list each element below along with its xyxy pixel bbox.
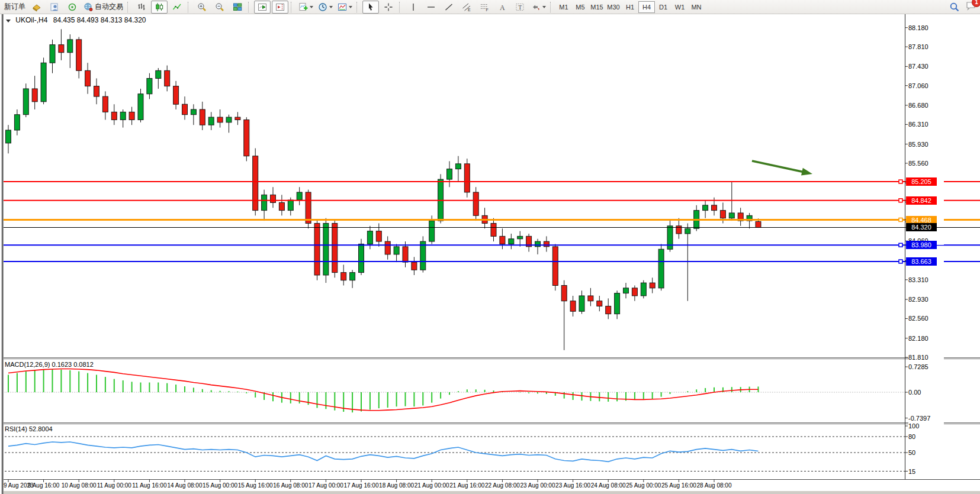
zoom-out-icon — [215, 2, 224, 12]
price-tick-label: 86.680 — [908, 101, 944, 109]
timeframe-m30-button[interactable]: M30 — [605, 1, 622, 13]
hline-icon — [426, 2, 436, 12]
toolbar-separator — [188, 2, 191, 12]
chat-button[interactable]: 1 — [966, 1, 976, 13]
chart-shift-icon — [275, 2, 285, 12]
hline-price-label: 84.842 — [906, 196, 937, 205]
search-icon[interactable] — [949, 2, 960, 12]
new-order-label: 新订单 — [4, 2, 25, 12]
signal-icon — [68, 2, 77, 12]
auto-scroll-button[interactable] — [254, 1, 271, 14]
toolbar-right-group: 1 — [949, 1, 976, 13]
globe-icon — [83, 2, 93, 12]
line-handle[interactable] — [899, 260, 902, 263]
template-icon — [338, 2, 347, 12]
crosshair-button[interactable] — [380, 1, 397, 14]
fibo-icon: F — [480, 2, 489, 12]
timeframe-m5-button[interactable]: M5 — [572, 1, 589, 13]
rsi-tick-label: 80 — [908, 432, 944, 441]
text-button[interactable]: A — [494, 1, 510, 14]
chart-window[interactable]: UKOil-,H4 84.435 84.493 84.313 84.320 MA… — [0, 14, 980, 494]
price-tick-label: 81.810 — [908, 353, 944, 361]
label-t-icon: T — [515, 2, 525, 12]
svg-text:E: E — [468, 7, 471, 11]
macd-plot — [8, 369, 759, 412]
timeframe-d1-button[interactable]: D1 — [655, 1, 671, 13]
timeframe-m1-button[interactable]: M1 — [555, 1, 572, 13]
templates-button[interactable] — [336, 1, 354, 14]
indicators-button[interactable] — [297, 1, 315, 14]
timeframe-mn-button[interactable]: MN — [688, 1, 705, 13]
line-handle[interactable] — [899, 243, 902, 247]
macd-tick-label: -0.7397 — [908, 414, 944, 422]
dropdown-caret-icon[interactable] — [329, 6, 333, 8]
text-label-button[interactable]: T — [512, 1, 528, 14]
price-tick-label: 86.310 — [908, 120, 944, 128]
candles-layer — [6, 29, 761, 350]
zoom-in-button[interactable] — [194, 1, 210, 14]
periods-button[interactable] — [316, 1, 335, 14]
price-tick-label: 87.060 — [908, 82, 944, 90]
bars-icon — [137, 2, 146, 12]
auto-trading-button[interactable]: 自动交易 — [82, 1, 125, 14]
market-watch-button[interactable] — [28, 1, 45, 14]
svg-text:T: T — [518, 4, 522, 11]
signals-button[interactable] — [64, 1, 81, 14]
arrows-button[interactable] — [529, 1, 548, 14]
timeframe-m15-button[interactable]: M15 — [589, 1, 605, 13]
timeframe-h1-button[interactable]: H1 — [622, 1, 638, 13]
rsi-tick-label: 100 — [908, 422, 944, 430]
timeframe-w1-button[interactable]: W1 — [671, 1, 688, 13]
indicator-level-lines — [5, 392, 905, 472]
rsi-label: RSI(14) 52.8004 — [5, 425, 53, 432]
candlestick-chart-button[interactable] — [151, 1, 168, 14]
vline-icon — [409, 2, 418, 12]
zoom-out-button[interactable] — [211, 1, 228, 14]
trendline-icon — [444, 2, 454, 12]
hline-price-label: 84.468 — [906, 216, 937, 224]
hline-price-label: 83.663 — [906, 257, 937, 266]
dropdown-caret-icon[interactable] — [542, 6, 546, 8]
toolbar-separator — [356, 2, 360, 12]
price-tick-label: 82.560 — [908, 314, 944, 322]
timeframe-h4-button[interactable]: H4 — [638, 1, 655, 13]
price-tick-label: 83.310 — [908, 276, 944, 284]
toolbar-separator — [248, 2, 252, 12]
trend-arrow[interactable] — [752, 161, 812, 176]
dropdown-caret-icon[interactable] — [310, 6, 313, 8]
hline-price-label: 83.980 — [906, 241, 937, 249]
line-handle[interactable] — [899, 218, 902, 222]
tile-icon — [233, 2, 242, 12]
text-a-icon: A — [497, 2, 507, 12]
new-order-button[interactable]: 新订单 — [2, 1, 27, 14]
tile-windows-button[interactable] — [229, 1, 246, 14]
svg-text:A: A — [500, 3, 505, 11]
trendline-button[interactable] — [441, 1, 457, 14]
line-handle[interactable] — [899, 199, 902, 202]
main-toolbar: 新订单自动交易EFATM1M5M15M30H1H4D1W1MN1 — [0, 0, 980, 14]
price-tick-label: 85.930 — [908, 140, 944, 148]
bar-chart-button[interactable] — [133, 1, 150, 14]
price-tick-label: 87.430 — [908, 62, 944, 70]
equidistant-channel-button[interactable]: E — [458, 1, 475, 14]
chart-shift-button[interactable] — [272, 1, 288, 14]
line-handle[interactable] — [899, 180, 902, 183]
line-chart-button[interactable] — [169, 1, 185, 14]
macd-signal-line — [8, 369, 759, 410]
profile-button[interactable] — [46, 1, 63, 14]
chart-canvas[interactable] — [0, 14, 980, 494]
vertical-line-button[interactable] — [405, 1, 422, 14]
candles-icon — [155, 2, 164, 12]
price-tick-label: 87.810 — [908, 43, 944, 51]
macd-tick-label: 0.00 — [908, 388, 944, 396]
rsi-line — [8, 442, 759, 461]
horizontal-line-button[interactable] — [423, 1, 439, 14]
profile-icon — [50, 2, 59, 12]
time-axis-label: 28 Aug 08:00 — [689, 482, 739, 489]
cursor-button[interactable] — [362, 1, 379, 14]
fibonacci-button[interactable]: F — [476, 1, 493, 14]
macd-tick-label: 0.7285 — [908, 363, 944, 371]
dropdown-caret-icon[interactable] — [349, 6, 352, 8]
chart-menu-icon[interactable] — [6, 20, 11, 22]
indicators-icon — [298, 2, 308, 12]
